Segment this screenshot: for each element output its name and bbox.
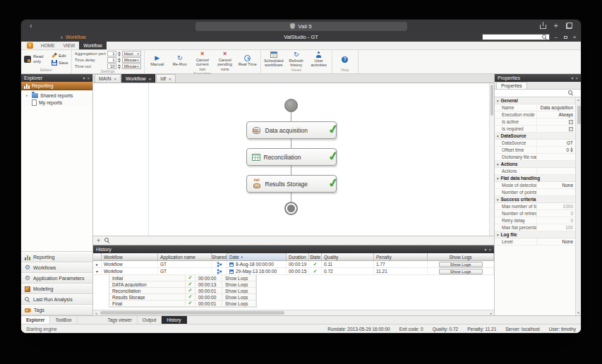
section-flat-data-handling[interactable]: ▾ Flat data handling: [495, 175, 575, 182]
canvas-vertical-scrollbar[interactable]: [489, 83, 494, 236]
share-icon[interactable]: [540, 22, 546, 29]
scroll-left-icon[interactable]: ◂: [93, 311, 99, 315]
close-tab-icon[interactable]: ×: [169, 77, 171, 81]
panel-menu-icon[interactable]: ▾: [484, 247, 486, 252]
expand-row-icon[interactable]: ▸: [93, 261, 102, 267]
show-logs-button[interactable]: Show Logs: [439, 262, 483, 267]
edit-button[interactable]: Edit: [52, 54, 68, 58]
module-workflows[interactable]: ⚙ Workflows: [21, 262, 92, 273]
close-tab-icon[interactable]: ×: [149, 77, 152, 81]
aggregation-period-unit-select[interactable]: Hour▾: [122, 51, 141, 56]
checkbox[interactable]: ✓: [569, 127, 573, 131]
panel-close-icon[interactable]: ×: [575, 76, 578, 80]
property-value[interactable]: [537, 189, 575, 195]
node-reconciliation[interactable]: Reconciliation ✓: [246, 148, 337, 166]
aggregation-period-input[interactable]: 1: [107, 51, 116, 56]
doc-tab-workflow[interactable]: Workflow ×: [121, 74, 155, 83]
section-log-file[interactable]: ▾ Log file: [495, 231, 575, 238]
property-row[interactable]: DataSource GT: [495, 140, 575, 147]
col-quality[interactable]: Quality: [322, 253, 374, 260]
show-logs-link[interactable]: Show Logs: [222, 281, 256, 287]
app-logo-icon[interactable]: !: [27, 42, 33, 49]
col-state[interactable]: State: [309, 253, 322, 260]
section-actions[interactable]: ▾ Actions: [495, 161, 575, 168]
panel-close-icon[interactable]: ×: [87, 76, 90, 80]
node-data-acquisition[interactable]: SQL Data acquisition ✓: [246, 121, 337, 139]
panel-menu-icon[interactable]: ▾: [571, 75, 573, 80]
tab-workflow[interactable]: Workflow: [79, 42, 107, 49]
bottom-tab-output[interactable]: Output: [138, 316, 162, 324]
property-value[interactable]: [537, 168, 575, 174]
module-last-run-analysis[interactable]: Last Run Analysis: [21, 294, 92, 305]
col-duration[interactable]: Duration: [287, 253, 309, 260]
cancel-current-run-button[interactable]: × Cancel current run: [193, 51, 212, 71]
col-penalty[interactable]: Penalty: [374, 253, 428, 260]
add-node-button[interactable]: +: [97, 238, 100, 244]
property-row[interactable]: Max flat percentage 100: [495, 224, 575, 231]
property-value[interactable]: [537, 154, 575, 160]
property-value[interactable]: None: [537, 182, 575, 188]
spinner-icon[interactable]: [118, 64, 121, 69]
step-row[interactable]: Final ✓ 00:00:01 Show Logs: [109, 301, 256, 307]
properties-vertical-scrollbar[interactable]: ▲ ▼: [575, 97, 581, 315]
bottom-tab-history[interactable]: History: [162, 316, 186, 324]
tab-home[interactable]: HOME: [37, 42, 59, 49]
nav-back-icon[interactable]: ‹: [61, 34, 63, 41]
time-out-unit-select[interactable]: Minute▾: [122, 63, 141, 69]
search-input[interactable]: [482, 34, 550, 40]
section-success-criteria[interactable]: ▾ Success criteria: [495, 196, 575, 203]
col-date[interactable]: Date ▼: [227, 253, 287, 260]
panel-close-icon[interactable]: ×: [488, 248, 491, 252]
start-node[interactable]: [284, 99, 298, 112]
section-datasource[interactable]: ▾ DataSource: [495, 133, 575, 140]
show-logs-link[interactable]: Show Logs: [222, 301, 256, 306]
zoom-icon[interactable]: [104, 238, 110, 243]
collapse-row-icon[interactable]: ▾: [93, 268, 102, 274]
show-logs-link[interactable]: Show Logs: [222, 288, 256, 293]
user-activities-button[interactable]: User activities: [309, 51, 329, 68]
col-application-name[interactable]: Application name: [158, 253, 212, 260]
tree-item-shared-reports[interactable]: ▸ Shared reports: [21, 92, 92, 99]
bottom-tab-tags-viewer[interactable]: Tags viewer: [103, 316, 138, 324]
property-value[interactable]: None: [537, 238, 575, 245]
module-application-parameters[interactable]: ⚙ Application Parameters: [21, 273, 92, 284]
end-node[interactable]: [284, 202, 298, 215]
module-modeling[interactable]: Modeling: [21, 284, 92, 294]
doc-tab-main[interactable]: MAIN ×: [95, 74, 121, 83]
step-row[interactable]: Results Storage ✓ 00:00:00 Show Logs: [109, 294, 256, 301]
spinner-icon[interactable]: [118, 51, 121, 56]
tree-item-my-reports[interactable]: My reports: [21, 99, 92, 106]
time-delay-unit-select[interactable]: Minute▾: [122, 57, 141, 63]
property-value[interactable]: 0: [537, 217, 575, 224]
bottom-tab-toolbox[interactable]: ToolBox: [50, 316, 77, 324]
property-value[interactable]: GT: [537, 140, 575, 146]
quick-access-workflow[interactable]: Workflow: [66, 35, 86, 40]
minimize-button[interactable]: –: [553, 34, 559, 40]
spinner-icon[interactable]: [118, 58, 121, 63]
node-results-storage[interactable]: Vali Results Storage ✓: [246, 175, 337, 193]
expand-icon[interactable]: ▸: [26, 93, 30, 97]
time-delay-input[interactable]: 1: [107, 57, 116, 63]
maximize-button[interactable]: [562, 34, 568, 40]
property-value[interactable]: 100: [537, 224, 575, 231]
back-icon[interactable]: ‹: [30, 21, 32, 30]
section-general[interactable]: ▾ General: [495, 97, 575, 104]
re-run-button[interactable]: ↻ Re-Run: [170, 55, 190, 66]
property-value[interactable]: 0: [537, 210, 575, 217]
property-value[interactable]: 1000: [537, 203, 575, 210]
property-row[interactable]: Mode of detection None: [495, 182, 575, 189]
property-value[interactable]: 0: [566, 147, 569, 152]
scrollbar-thumb[interactable]: [577, 106, 581, 124]
property-row[interactable]: Actions: [495, 168, 575, 175]
real-time-button[interactable]: Real Time: [238, 55, 258, 66]
save-button[interactable]: Save: [52, 60, 68, 66]
help-button[interactable]: ?: [335, 56, 355, 63]
checkbox[interactable]: ✓: [569, 120, 573, 124]
cancel-pending-runs-button[interactable]: × Cancel pending runs: [215, 51, 235, 71]
step-row[interactable]: DATA acquisition ✓ 00:00:13 Show Logs: [109, 281, 256, 288]
address-bar[interactable]: Vali 5: [195, 22, 407, 31]
property-row[interactable]: Number of points: [495, 189, 575, 196]
property-row[interactable]: Number of retries 0: [495, 210, 575, 217]
workflow-canvas[interactable]: SQL Data acquisition ✓ Reconciliation ✓: [93, 83, 494, 245]
property-row[interactable]: Max number of fails 1000: [495, 203, 575, 210]
